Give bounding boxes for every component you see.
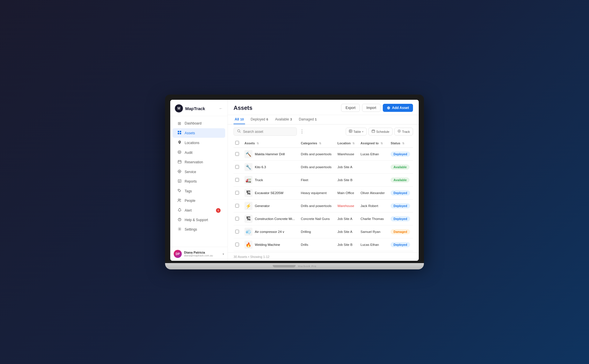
sidebar-item-dashboard[interactable]: ⊞ Dashboard (173, 119, 225, 128)
chevron-down-icon[interactable]: ▾ (223, 252, 224, 256)
search-input[interactable] (243, 130, 293, 134)
assets-table: Assets ⇅ Categories ⇅ Location ⇅ (234, 139, 413, 252)
help-icon (177, 218, 182, 222)
asset-cell: 🔨 Makita Hammer Drill (244, 150, 295, 158)
tab-all[interactable]: All 10 (234, 115, 245, 124)
tab-deployed[interactable]: Deployed 6 (250, 115, 269, 124)
row-checkbox[interactable] (235, 178, 239, 182)
sidebar-item-label: Help & Support (185, 218, 208, 222)
collapse-button[interactable]: ← (219, 106, 223, 111)
sidebar-item-label: Reservation (185, 160, 203, 164)
more-options-icon[interactable]: ⋮ (300, 129, 304, 134)
asset-name: Truck (255, 178, 263, 182)
sidebar-item-locations[interactable]: Locations (173, 138, 225, 147)
asset-status: Deployed (388, 148, 413, 161)
export-button[interactable]: Export (341, 104, 360, 112)
asset-icon: 🔨 (244, 150, 253, 158)
table-row: 🔥 Welding Machine Drills Job Site B Luca… (234, 238, 413, 251)
svg-point-38 (399, 131, 399, 132)
tags-icon (177, 189, 182, 194)
col-header-location[interactable]: Location ⇅ (334, 139, 357, 148)
asset-icon: ⚡ (244, 202, 253, 210)
asset-assigned: Lucas Ethan (358, 238, 388, 251)
svg-point-4 (178, 151, 181, 154)
tab-available[interactable]: Available 3 (274, 115, 293, 124)
select-all-checkbox[interactable] (235, 141, 239, 145)
asset-location: Job Site A (334, 225, 357, 238)
track-view-button[interactable]: Track (394, 128, 413, 135)
asset-status: Damaged (388, 225, 413, 238)
asset-status: Deployed (388, 187, 413, 200)
table-row: 🚛 Truck Fleet Job Site B Available (234, 174, 413, 187)
svg-point-20 (179, 190, 179, 190)
row-checkbox[interactable] (235, 204, 239, 208)
locations-icon (177, 140, 182, 145)
col-header-assigned[interactable]: Assigned to ⇅ (358, 139, 388, 148)
asset-name: Air compressor 24 v (255, 230, 284, 233)
chevron-icon: ▾ (362, 130, 364, 133)
table-row: 🏗 Excavator SE205W Heavy equipment Main … (234, 187, 413, 200)
user-info: Diana Patricia diana@maptrack.com.au (184, 251, 220, 257)
user-profile[interactable]: DP Diana Patricia diana@maptrack.com.au … (170, 247, 227, 261)
sidebar-item-assets[interactable]: Assets (173, 128, 225, 138)
asset-assigned (358, 161, 388, 174)
row-checkbox[interactable] (235, 165, 239, 169)
row-checkbox[interactable] (235, 230, 239, 233)
alert-icon (177, 208, 182, 213)
sidebar: M MapTrack ← ⊞ Dashboard (170, 100, 228, 261)
reservation-icon (177, 160, 182, 164)
asset-assigned: Charlie Thomas (358, 212, 388, 225)
col-header-status[interactable]: Status ⇅ (388, 139, 413, 148)
sidebar-item-people[interactable]: People (173, 196, 225, 205)
row-checkbox[interactable] (235, 217, 239, 221)
status-badge: Deployed (391, 216, 410, 221)
schedule-view-button[interactable]: Schedule (368, 128, 393, 135)
add-asset-button[interactable]: ⊕ Add Asset (383, 104, 413, 112)
row-checkbox[interactable] (235, 243, 239, 246)
svg-rect-33 (372, 130, 375, 133)
sidebar-item-reports[interactable]: Reports (173, 177, 225, 186)
row-checkbox[interactable] (235, 152, 239, 156)
tab-damaged[interactable]: Damaged 1 (298, 115, 318, 124)
asset-icon: 🏗 (244, 189, 253, 197)
asset-location: Job Site B (334, 174, 357, 187)
table-view-button[interactable]: Table ▾ (346, 128, 367, 135)
sidebar-item-tags[interactable]: Tags (173, 186, 225, 196)
laptop-base: Macbook Pro (165, 263, 424, 269)
asset-location: Job Site A (334, 212, 357, 225)
laptop-wrapper: M MapTrack ← ⊞ Dashboard (165, 95, 424, 269)
sort-icon: ⇅ (380, 142, 383, 145)
sidebar-item-audit[interactable]: Audit (173, 148, 225, 157)
tabs-bar: All 10 Deployed 6 Available 3 Damaged 1 (228, 115, 419, 124)
view-controls: Table ▾ (346, 128, 413, 135)
sort-icon: ⇅ (352, 142, 355, 145)
audit-icon (177, 150, 182, 155)
page-header: Assets Export Import ⊕ Add Asset (228, 100, 419, 115)
people-icon (177, 198, 182, 203)
asset-category: Drills and powertools (298, 161, 334, 174)
user-email: diana@maptrack.com.au (184, 254, 220, 257)
sidebar-item-label: Assets (185, 131, 195, 135)
sidebar-item-label: Reports (185, 179, 197, 183)
row-checkbox[interactable] (235, 191, 239, 195)
sidebar-item-label: Dashboard (185, 121, 202, 125)
table-icon (349, 129, 352, 134)
sidebar-item-reservation[interactable]: Reservation (173, 158, 225, 167)
status-badge: Available (391, 177, 410, 183)
sidebar-item-help[interactable]: Help & Support (173, 215, 225, 225)
col-header-categories[interactable]: Categories ⇅ (298, 139, 334, 148)
logo-icon: M (175, 104, 183, 112)
import-button[interactable]: Import (362, 104, 380, 112)
asset-name: Kito 6.3 (255, 165, 266, 169)
col-header-assets[interactable]: Assets ⇅ (242, 139, 298, 148)
asset-cell: 🚛 Truck (244, 176, 295, 184)
table-row: ⚡ Generator Drills and powertools Wareho… (234, 200, 413, 212)
asset-category: Drills and powertools (298, 148, 334, 161)
asset-category: Concrete Nail Guns (298, 212, 334, 225)
sidebar-logo: M MapTrack ← (170, 100, 227, 116)
toolbar: ⋮ Table (228, 124, 419, 139)
sidebar-item-settings[interactable]: Settings (173, 225, 225, 234)
sidebar-item-alert[interactable]: Alert 5 (173, 206, 225, 215)
sidebar-item-service[interactable]: Service (173, 167, 225, 177)
schedule-icon (372, 129, 375, 134)
